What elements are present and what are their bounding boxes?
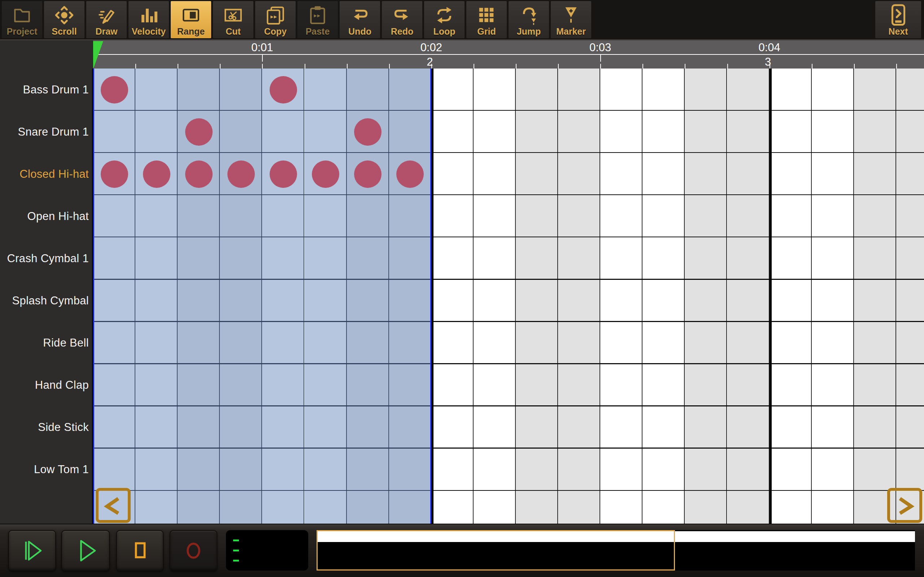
ruler-tick <box>812 64 813 69</box>
play-from-start-icon <box>17 536 47 566</box>
track-label-open-hi-hat[interactable]: Open Hi-hat <box>27 210 89 223</box>
toolbar-button-label: Grid <box>477 27 496 37</box>
toolbar-button-marker[interactable]: Marker <box>551 1 591 38</box>
toolbar-button-label: Jump <box>517 27 541 37</box>
record-button[interactable] <box>170 530 217 571</box>
toolbar-button-label: Scroll <box>52 27 76 37</box>
ruler-bar-number: 2 <box>426 56 433 68</box>
toolbar-button-scroll[interactable]: Scroll <box>44 1 84 38</box>
track-label-snare-drum-1[interactable]: Snare Drum 1 <box>18 126 89 139</box>
toolbar-button-range[interactable]: Range <box>171 1 211 38</box>
redo-icon <box>392 3 412 27</box>
drum-note[interactable] <box>354 161 381 188</box>
drum-note[interactable] <box>396 161 424 188</box>
toolbar-button-label: Project <box>7 27 37 37</box>
track-label-low-tom-1[interactable]: Low Tom 1 <box>34 463 89 476</box>
toolbar-button-next[interactable]: Next <box>875 1 921 38</box>
drum-note[interactable] <box>185 161 213 188</box>
toolbar-button-loop[interactable]: Loop <box>424 1 465 38</box>
toolbar-button-velocity[interactable]: Velocity <box>129 1 169 38</box>
toolbar-button-draw[interactable]: Draw <box>86 1 127 38</box>
copy-icon <box>265 3 286 27</box>
grid-step-column[interactable] <box>854 69 896 524</box>
grid-step-column[interactable] <box>769 69 812 524</box>
grid-step-column[interactable] <box>262 69 304 524</box>
toolbar-button-label: Range <box>177 27 205 37</box>
toolbar-button-jump[interactable]: Jump <box>509 1 549 38</box>
grid-step-column[interactable] <box>516 69 558 524</box>
drum-note[interactable] <box>185 118 213 146</box>
grid-step-column[interactable] <box>305 69 347 524</box>
bar-line <box>431 69 433 524</box>
toolbar-button-undo[interactable]: Undo <box>340 1 380 38</box>
main-toolbar: ProjectScrollDrawVelocityRangeCutCopyPas… <box>0 0 924 40</box>
toolbar-button-label: Paste <box>306 27 330 37</box>
grid-step-column[interactable] <box>135 69 178 524</box>
ruler-tick <box>135 64 136 69</box>
drum-note[interactable] <box>270 76 297 103</box>
velocity-bars-icon <box>139 3 159 27</box>
ruler-tick <box>347 64 347 69</box>
toolbar-button-grid[interactable]: Grid <box>466 1 507 38</box>
toolbar-button-label: Velocity <box>132 27 166 37</box>
grid-step-column[interactable] <box>389 69 431 524</box>
toolbar-button-label: Draw <box>95 27 117 37</box>
grid-step-column[interactable] <box>727 69 769 524</box>
ruler-tick <box>178 64 178 69</box>
grid-step-column[interactable] <box>812 69 854 524</box>
grid-step-column[interactable] <box>896 69 924 524</box>
track-label-side-stick[interactable]: Side Stick <box>38 421 89 434</box>
grid-step-column[interactable] <box>473 69 516 524</box>
track-label-closed-hi-hat[interactable]: Closed Hi-hat <box>19 168 89 181</box>
stop-button[interactable] <box>116 530 163 571</box>
undo-icon <box>349 3 370 27</box>
drum-note[interactable] <box>228 161 255 188</box>
track-label-crash-cymbal-1[interactable]: Crash Cymbal 1 <box>7 252 89 265</box>
drum-note[interactable] <box>143 161 170 188</box>
ruler-tick <box>431 64 432 69</box>
drum-note[interactable] <box>270 161 297 188</box>
play-button[interactable] <box>61 530 110 571</box>
toolbar-button-redo[interactable]: Redo <box>382 1 422 38</box>
scroll-left-button[interactable] <box>96 488 131 523</box>
selection-left-edge[interactable] <box>93 69 94 524</box>
drum-pattern-grid[interactable] <box>92 69 924 524</box>
grid-step-column[interactable] <box>220 69 262 524</box>
pattern-display-dash <box>233 550 239 551</box>
ruler-tick <box>896 64 897 69</box>
toolbar-button-label: Copy <box>264 27 287 37</box>
track-label-ride-bell[interactable]: Ride Bell <box>43 337 89 350</box>
toolbar-button-label: Marker <box>556 27 586 37</box>
grid-step-column[interactable] <box>685 69 727 524</box>
grid-step-column[interactable] <box>431 69 473 524</box>
song-overview[interactable] <box>317 530 915 571</box>
ruler-tick <box>854 64 855 69</box>
toolbar-button-paste[interactable]: Paste <box>297 1 338 38</box>
toolbar-button-project[interactable]: Project <box>2 1 42 38</box>
grid-step-column[interactable] <box>93 69 135 524</box>
drum-note[interactable] <box>354 118 381 146</box>
timeline-ruler[interactable]: 0:010:020:030:0423 <box>93 40 924 69</box>
toolbar-button-copy[interactable]: Copy <box>255 1 296 38</box>
ruler-tick <box>516 64 517 69</box>
ruler-tick <box>262 64 263 69</box>
track-label-splash-cymbal[interactable]: Splash Cymbal <box>12 294 89 307</box>
grid-step-column[interactable] <box>558 69 600 524</box>
track-label-bass-drum-1[interactable]: Bass Drum 1 <box>23 83 89 96</box>
grid-step-column[interactable] <box>600 69 643 524</box>
drum-note[interactable] <box>312 161 339 188</box>
view-region-indicator[interactable] <box>317 530 675 571</box>
ruler-tick <box>769 64 770 69</box>
grid-step-column[interactable] <box>643 69 685 524</box>
ruler-half-bar-tick <box>600 55 601 62</box>
pattern-mini-display[interactable] <box>226 530 308 571</box>
scroll-right-button[interactable] <box>887 488 922 523</box>
track-label-hand-clap[interactable]: Hand Clap <box>35 379 89 392</box>
play-from-start-button[interactable] <box>8 530 56 571</box>
cut-icon <box>223 3 244 27</box>
drum-note[interactable] <box>101 161 128 188</box>
toolbar-button-label: Loop <box>433 27 455 37</box>
toolbar-button-label: Undo <box>348 27 372 37</box>
toolbar-button-cut[interactable]: Cut <box>213 1 254 38</box>
drum-note[interactable] <box>101 76 128 103</box>
